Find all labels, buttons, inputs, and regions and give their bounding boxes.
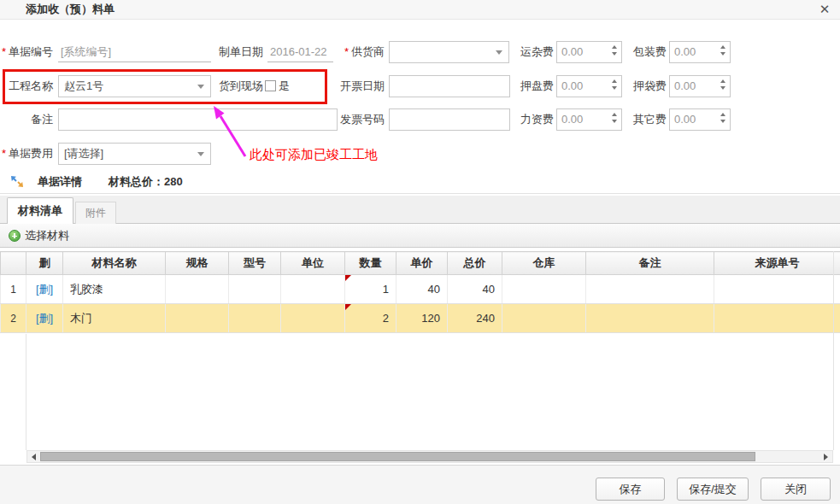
horizontal-scrollbar[interactable] [26, 450, 833, 463]
tray-fee-spinner[interactable]: 0.00 [556, 75, 622, 97]
cell-spec[interactable] [166, 304, 229, 333]
cell-source[interactable] [714, 275, 840, 304]
delete-row-link[interactable]: [删] [36, 283, 53, 296]
edited-flag-icon [345, 275, 351, 281]
dialog-footer: 保存 保存/提交 关闭 [0, 465, 840, 504]
cell-unit[interactable] [281, 304, 345, 333]
bag-fee-label: 押袋费 [626, 75, 667, 97]
chevron-down-icon [197, 152, 204, 156]
save-submit-button[interactable]: 保存/提交 [677, 478, 749, 501]
cell-qty[interactable]: 2 [345, 304, 397, 333]
spin-up-icon [720, 45, 725, 49]
col-warehouse: 仓库 [502, 252, 586, 275]
cell-warehouse[interactable] [502, 275, 586, 304]
chevron-down-icon [197, 85, 204, 89]
annotation-text: 此处可添加已竣工工地 [250, 147, 378, 163]
invoice-date-field[interactable] [389, 75, 510, 97]
cell-warehouse[interactable] [502, 304, 586, 333]
row-number: 1 [1, 275, 26, 304]
spin-up-icon [612, 45, 617, 49]
cell-remark[interactable] [586, 275, 714, 304]
project-select[interactable]: 赵云1号 [58, 75, 211, 97]
bag-fee-spinner[interactable]: 0.00 [669, 75, 731, 97]
close-button[interactable]: 关闭 [761, 478, 831, 501]
project-label: 工程名称 [0, 75, 53, 97]
row-number: 2 [1, 304, 26, 333]
col-total: 总价 [448, 252, 502, 275]
doc-no-label: *单据编号 [0, 41, 53, 63]
add-receipt-dialog: 添加收（预）料单 ✕ *单据编号 [系统编号] 制单日期 2016-01-22 … [0, 0, 840, 504]
required-asterisk: * [2, 147, 6, 160]
grid-right-edge [833, 251, 834, 450]
col-price: 单价 [397, 252, 448, 275]
cell-qty[interactable]: 1 [345, 275, 397, 304]
dialog-titlebar: 添加收（预）料单 [0, 0, 840, 20]
expense-type-select[interactable]: [请选择] [58, 143, 211, 165]
cell-material-name[interactable]: 乳胶漆 [63, 275, 166, 304]
packing-fee-label: 包装费 [626, 41, 667, 63]
cell-material-name[interactable]: 木门 [63, 304, 166, 333]
packing-fee-spinner[interactable]: 0.00 [669, 41, 731, 63]
scrollbar-thumb[interactable] [40, 452, 755, 461]
arrived-label: 货到现场 [215, 75, 263, 97]
col-spec: 规格 [166, 252, 229, 275]
labor-fee-spinner[interactable]: 0.00 [556, 108, 622, 131]
cell-total[interactable]: 40 [448, 275, 502, 304]
edited-flag-icon [345, 304, 351, 310]
invoice-no-label: 发票号码 [340, 108, 385, 131]
close-icon[interactable]: ✕ [816, 1, 833, 18]
material-total-price: 材料总价：280 [109, 169, 183, 194]
arrived-checkbox[interactable] [265, 80, 276, 91]
create-date-label: 制单日期 [212, 41, 263, 63]
detail-section-header: 单据详情 材料总价：280 [0, 169, 840, 194]
invoice-date-label: 开票日期 [340, 75, 385, 97]
spin-down-icon [612, 120, 617, 123]
tab-material-list[interactable]: 材料清单 [7, 197, 73, 224]
col-model: 型号 [229, 252, 281, 275]
delete-row-link[interactable]: [删] [36, 312, 53, 325]
invoice-no-field[interactable] [389, 108, 510, 131]
other-fee-label: 其它费 [626, 108, 667, 131]
cell-source[interactable] [714, 304, 840, 333]
table-row-selected[interactable]: 2 [删] 木门 2 120 240 [1, 304, 840, 333]
cell-unit[interactable] [281, 275, 345, 304]
cell-model[interactable] [229, 304, 281, 333]
remark-field[interactable] [58, 108, 338, 131]
remark-label: 备注 [0, 108, 53, 131]
arrived-yes-label: 是 [279, 75, 296, 97]
supplier-select[interactable] [389, 41, 509, 63]
col-rownum [1, 252, 26, 275]
create-date-field[interactable]: 2016-01-22 [267, 41, 333, 62]
grid-column-divider [26, 334, 26, 450]
cell-price[interactable]: 120 [397, 304, 448, 333]
expand-collapse-icon[interactable] [10, 175, 24, 188]
grid-toolbar: 选择材料 [0, 224, 840, 248]
table-row[interactable]: 1 [删] 乳胶漆 1 40 40 [1, 275, 840, 304]
spin-up-icon [720, 79, 725, 83]
cell-model[interactable] [229, 275, 281, 304]
save-button[interactable]: 保存 [596, 478, 665, 501]
add-circle-icon[interactable] [9, 230, 21, 242]
tab-attachments[interactable]: 附件 [75, 202, 116, 224]
col-delete: 删 [26, 252, 63, 275]
material-table: 删 材料名称 规格 型号 单位 数量 单价 总价 仓库 备注 来源单号 1 [删… [0, 251, 840, 333]
tabstrip: 材料清单 附件 [0, 196, 840, 224]
labor-fee-label: 力资费 [513, 108, 554, 131]
scroll-left-icon[interactable] [32, 454, 36, 460]
required-asterisk: * [2, 45, 6, 58]
tray-fee-label: 押盘费 [513, 75, 554, 97]
cell-price[interactable]: 40 [397, 275, 448, 304]
other-fee-spinner[interactable]: 0.00 [669, 108, 731, 131]
cell-spec[interactable] [166, 275, 229, 304]
cell-total[interactable]: 240 [448, 304, 502, 333]
cell-remark[interactable] [586, 304, 714, 333]
doc-no-field[interactable]: [系统编号] [58, 41, 211, 62]
col-source: 来源单号 [714, 252, 840, 275]
freight-fee-spinner[interactable]: 0.00 [556, 41, 622, 63]
spin-up-icon [612, 79, 617, 83]
table-header-row: 删 材料名称 规格 型号 单位 数量 单价 总价 仓库 备注 来源单号 [1, 252, 840, 275]
scroll-right-icon[interactable] [824, 454, 828, 460]
col-remark: 备注 [586, 252, 714, 275]
supplier-label: *供货商 [335, 41, 385, 63]
select-material-button[interactable]: 选择材料 [25, 224, 69, 248]
